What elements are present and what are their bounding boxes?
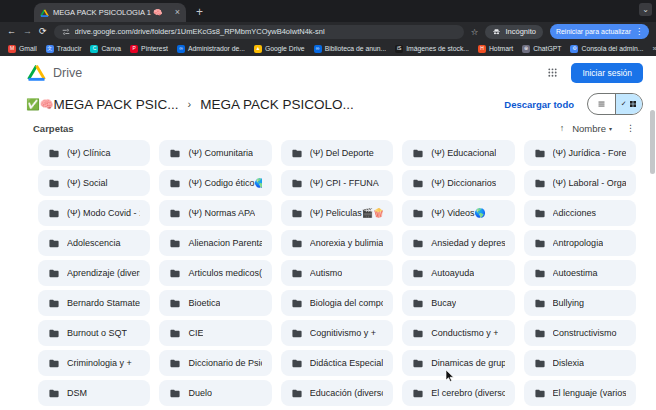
folder-card[interactable]: Bullying bbox=[524, 290, 636, 316]
sort-direction-icon[interactable]: ↑ bbox=[560, 123, 565, 133]
folder-card[interactable]: (Ψ) Jurídica - Forense bbox=[524, 140, 636, 166]
folder-card[interactable]: Alienacion Parental bbox=[159, 230, 271, 256]
ads-manager-icon: ∞ bbox=[177, 45, 185, 53]
folder-icon bbox=[412, 388, 424, 399]
download-all-link[interactable]: Descargar todo bbox=[504, 99, 574, 110]
folder-name: Constructivismo bbox=[553, 328, 617, 338]
folder-card[interactable]: Diccionario de Psicologia bbox=[159, 350, 271, 376]
sort-by-dropdown[interactable]: Nombre ▾ bbox=[572, 123, 612, 134]
bookmark-item[interactable]: ⚙ Consola del admin... bbox=[570, 45, 643, 53]
folder-card[interactable]: Educación (diversos temas) bbox=[281, 380, 393, 406]
folder-card[interactable]: Antropologia bbox=[524, 230, 636, 256]
folder-card[interactable]: Ansiedad y depresión bbox=[402, 230, 514, 256]
breadcrumb-current[interactable]: MEGA PACK PSICOLO... bbox=[200, 97, 354, 112]
folder-name: Autoayuda bbox=[431, 268, 474, 278]
bookmark-item[interactable]: H Hotmart bbox=[478, 45, 513, 53]
bookmark-item[interactable]: 文 Traducir bbox=[46, 45, 82, 53]
folder-icon bbox=[534, 328, 546, 339]
new-tab-button[interactable]: + bbox=[196, 5, 203, 19]
bookmark-item[interactable]: ⊛ ChatGPT bbox=[522, 45, 561, 53]
folder-card[interactable]: Constructivismo bbox=[524, 320, 636, 346]
more-options-icon[interactable]: ⋮ bbox=[626, 123, 635, 133]
folder-card[interactable]: DSM bbox=[38, 380, 150, 406]
folder-card[interactable]: Dislexia bbox=[524, 350, 636, 376]
folder-card[interactable]: Aprendizaje (diversos tem... bbox=[38, 260, 150, 286]
list-view-button[interactable] bbox=[588, 94, 616, 114]
bookmark-item[interactable]: ∞ Administrador de... bbox=[177, 45, 245, 53]
folder-card[interactable]: (Ψ) Codigo ético🌎 (varios... bbox=[159, 170, 271, 196]
folder-card[interactable]: (Ψ) CPI - FFUNA bbox=[281, 170, 393, 196]
reload-icon[interactable]: ⟳ bbox=[39, 27, 47, 36]
folder-card[interactable]: Didáctica Especial de la P... bbox=[281, 350, 393, 376]
folder-card[interactable]: Autoestima bbox=[524, 260, 636, 286]
bookmarks-overflow-icon[interactable]: » bbox=[652, 44, 656, 53]
folder-card[interactable]: Biologia del comportamie... bbox=[281, 290, 393, 316]
bookmark-item[interactable]: P Pinterest bbox=[130, 45, 168, 53]
chatgpt-icon: ⊛ bbox=[522, 45, 530, 53]
drive-bookmark-icon: ▲ bbox=[254, 45, 262, 53]
folder-card[interactable]: Duelo bbox=[159, 380, 271, 406]
folder-icon bbox=[412, 358, 424, 369]
folder-card[interactable]: Criminologia y + bbox=[38, 350, 150, 376]
grid-view-button[interactable]: ✓ bbox=[616, 94, 643, 114]
scrollbar-thumb[interactable] bbox=[650, 110, 655, 174]
folder-card[interactable]: (Ψ) Modo Covid - 19 bbox=[38, 200, 150, 226]
folder-card[interactable]: Adolescencia bbox=[38, 230, 150, 256]
folder-card[interactable]: Bernardo Stamateas🌹 bbox=[38, 290, 150, 316]
folder-card[interactable]: (Ψ) Comunitaria bbox=[159, 140, 271, 166]
folder-card[interactable]: Autoayuda bbox=[402, 260, 514, 286]
bookmark-item[interactable]: ▲ Google Drive bbox=[254, 45, 305, 53]
browser-tab[interactable]: MEGA PACK PSICOLOGIA 1 🧠 × bbox=[34, 3, 186, 22]
url-text[interactable]: drive.google.com/drive/folders/1UmEKcGs8… bbox=[75, 27, 456, 36]
folder-card[interactable]: (Ψ) Peliculas🎬🍿 bbox=[281, 200, 393, 226]
apps-grid-icon[interactable] bbox=[547, 67, 558, 78]
folder-card[interactable]: Bucay bbox=[402, 290, 514, 316]
folder-icon bbox=[291, 208, 303, 219]
address-bar[interactable]: drive.google.com/drive/folders/1UmEKcGs8… bbox=[54, 25, 464, 39]
folder-card[interactable]: (Ψ) Educacional bbox=[402, 140, 514, 166]
breadcrumb-root[interactable]: MEGA PACK PSIC... bbox=[53, 97, 178, 112]
folder-card[interactable]: Burnout o SQT bbox=[38, 320, 150, 346]
browser-menu-icon[interactable]: ⋮ bbox=[635, 27, 643, 36]
restart-to-update-button[interactable]: Reiniciar para actualizar ⋮ bbox=[550, 24, 649, 39]
folder-name: (Ψ) Videos🌎 bbox=[431, 208, 486, 218]
folder-name: (Ψ) Peliculas🎬🍿 bbox=[310, 208, 383, 218]
bookmark-star-icon[interactable]: ☆ bbox=[471, 27, 479, 37]
bookmark-item[interactable]: ∞ Biblioteca de anun... bbox=[314, 45, 387, 53]
folder-name: Bioetica bbox=[188, 298, 220, 308]
folder-card[interactable]: (Ψ) Del Deporte bbox=[281, 140, 393, 166]
folder-icon bbox=[534, 268, 546, 279]
drive-header: Drive Iniciar sesión bbox=[0, 56, 656, 89]
bookmark-item[interactable]: iS Imágenes de stock... bbox=[395, 45, 469, 53]
folder-card[interactable]: (Ψ) Normas APA bbox=[159, 200, 271, 226]
list-view-icon bbox=[597, 100, 606, 108]
folder-name: Cognitivismo y + bbox=[310, 328, 376, 338]
folder-card[interactable]: El cerebro (diversos temas) bbox=[402, 380, 514, 406]
folder-card[interactable]: Bioetica bbox=[159, 290, 271, 316]
folder-card[interactable]: Articulos medicos(varios) bbox=[159, 260, 271, 286]
folder-name: Diccionario de Psicologia bbox=[188, 358, 261, 368]
window-chevron-icon[interactable]: ⌄ bbox=[639, 3, 652, 16]
sign-in-button[interactable]: Iniciar sesión bbox=[571, 63, 643, 83]
folder-icon bbox=[412, 268, 424, 279]
folder-card[interactable]: (Ψ) Social bbox=[38, 170, 150, 196]
folder-card[interactable]: (Ψ) Clínica bbox=[38, 140, 150, 166]
folder-card[interactable]: Conductismo y + bbox=[402, 320, 514, 346]
checkbox-emoji: ✅ bbox=[26, 99, 40, 110]
folder-card[interactable]: (Ψ) Videos🌎 bbox=[402, 200, 514, 226]
folder-card[interactable]: (Ψ) Diccionarios bbox=[402, 170, 514, 196]
folder-card[interactable]: Cognitivismo y + bbox=[281, 320, 393, 346]
tab-close-icon[interactable]: × bbox=[175, 8, 180, 17]
folder-card[interactable]: CIE bbox=[159, 320, 271, 346]
forward-icon[interactable]: → bbox=[23, 27, 32, 36]
folder-card[interactable]: Dinamicas de grupo bbox=[402, 350, 514, 376]
bookmark-item[interactable]: M Gmail bbox=[8, 45, 37, 53]
folder-name: Criminologia y + bbox=[67, 358, 132, 368]
folder-card[interactable]: Anorexia y bulimia bbox=[281, 230, 393, 256]
bookmark-item[interactable]: C Canva bbox=[90, 45, 121, 53]
folder-card[interactable]: Adicciones bbox=[524, 200, 636, 226]
folder-card[interactable]: (Ψ) Laboral - Organizacio... bbox=[524, 170, 636, 196]
folder-card[interactable]: El lenguaje (varios temas) bbox=[524, 380, 636, 406]
folder-card[interactable]: Autismo bbox=[281, 260, 393, 286]
back-icon[interactable]: ← bbox=[7, 27, 16, 36]
